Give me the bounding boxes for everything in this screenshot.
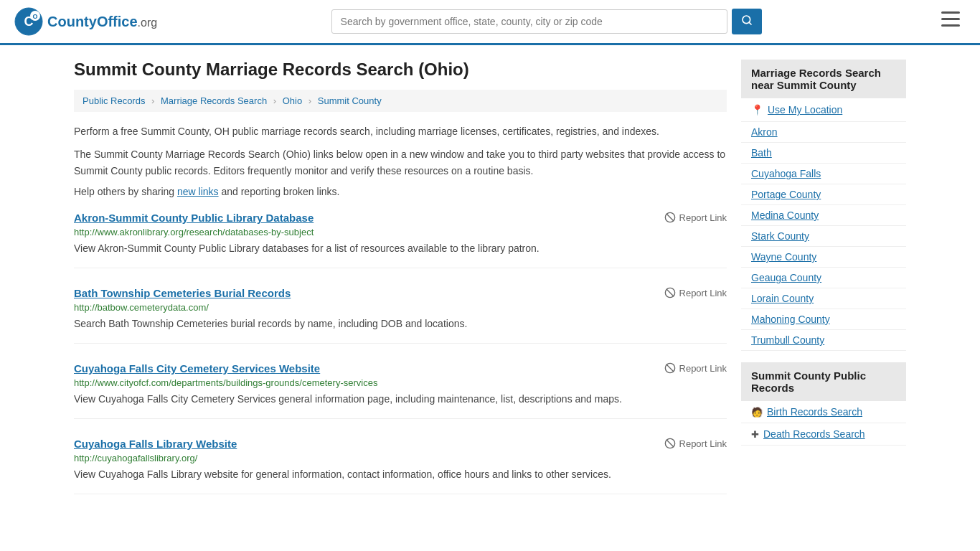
sidebar-nearby-links: Akron Bath Cuyahoga Falls Portage County… [741,122,906,351]
svg-line-14 [666,364,673,371]
sidebar-nearby-bath[interactable]: Bath [741,143,906,164]
result-desc-3: View Cuyahoga Falls City Cemetery Servic… [74,392,727,407]
hamburger-icon [941,11,960,27]
result-title-2[interactable]: Bath Township Cemeteries Burial Records [74,287,291,299]
main-container: Summit County Marriage Records Search (O… [60,45,920,513]
sidebar-nearby-trumbull-county[interactable]: Trumbull County [741,330,906,351]
result-desc-1: View Akron-Summit County Public Library … [74,241,727,256]
description1: Perform a free Summit County, OH public … [74,123,727,139]
svg-line-12 [666,289,673,296]
svg-rect-7 [941,18,960,20]
header: C O CountyOffice.org [0,0,980,45]
search-input[interactable] [331,9,727,34]
new-links-link[interactable]: new links [177,186,219,197]
result-item-1: Akron-Summit County Public Library Datab… [74,212,727,268]
svg-rect-8 [941,24,960,27]
svg-line-16 [666,440,673,446]
sidebar-records-links: 🧑 Birth Records Search ✚ Death Records S… [741,401,906,446]
sidebar-nearby-cuyahoga-falls[interactable]: Cuyahoga Falls [741,164,906,184]
sidebar-nearby-lorain-county[interactable]: Lorain County [741,288,906,309]
report-icon-1 [664,212,676,223]
report-link-1[interactable]: Report Link [664,212,727,223]
sidebar-nearby-portage-county[interactable]: Portage County [741,184,906,205]
svg-line-5 [749,22,751,24]
person-icon: 🧑 [751,407,763,418]
sidebar: Marriage Records Search near Summit Coun… [741,60,906,513]
results-list: Akron-Summit County Public Library Datab… [74,212,727,494]
report-icon-2 [664,287,676,298]
report-link-4[interactable]: Report Link [664,438,727,449]
result-url-3: http://www.cityofcf.com/departments/buil… [74,377,727,388]
sidebar-use-my-location[interactable]: 📍 Use My Location [741,98,906,122]
result-title-3[interactable]: Cuyahoga Falls City Cemetery Services We… [74,362,320,375]
svg-line-10 [666,214,673,220]
breadcrumb-public-records[interactable]: Public Records [83,95,145,106]
description2: The Summit County Marriage Records Searc… [74,146,727,179]
result-title-4[interactable]: Cuyahoga Falls Library Website [74,438,237,450]
report-link-2[interactable]: Report Link [664,287,727,298]
result-title-1[interactable]: Akron-Summit County Public Library Datab… [74,212,314,224]
logo-text: CountyOffice.org [47,14,157,30]
location-pin-icon: 📍 [751,104,763,116]
breadcrumb: Public Records › Marriage Records Search… [74,90,727,112]
sidebar-records-header: Summit County Public Records [741,362,906,401]
sidebar-nearby-section: Marriage Records Search near Summit Coun… [741,60,906,351]
svg-rect-6 [941,11,960,14]
result-item-3: Cuyahoga Falls City Cemetery Services We… [74,362,727,419]
result-desc-4: View Cuyahoga Falls Library website for … [74,467,727,482]
sidebar-nearby-medina-county[interactable]: Medina County [741,205,906,226]
use-my-location-link[interactable]: Use My Location [768,104,842,116]
svg-text:O: O [32,13,37,20]
result-url-1: http://www.akronlibrary.org/research/dat… [74,227,727,237]
sidebar-nearby-wayne-county[interactable]: Wayne County [741,247,906,268]
cross-icon: ✚ [751,429,759,440]
result-desc-2: Search Bath Township Cemeteries burial r… [74,316,727,331]
breadcrumb-marriage-records-search[interactable]: Marriage Records Search [161,95,267,106]
search-button[interactable] [732,9,762,34]
result-url-4: http://cuyahogafallslibrary.org/ [74,453,727,463]
page-title: Summit County Marriage Records Search (O… [74,60,727,80]
logo-area[interactable]: C O CountyOffice.org [14,7,157,36]
report-icon-3 [664,362,676,374]
result-url-2: http://batbow.cemeterydata.com/ [74,302,727,313]
result-item-2: Bath Township Cemeteries Burial Records … [74,287,727,344]
result-item-4: Cuyahoga Falls Library Website Report Li… [74,438,727,494]
content: Summit County Marriage Records Search (O… [74,60,727,513]
sidebar-nearby-mahoning-county[interactable]: Mahoning County [741,309,906,330]
report-icon-4 [664,438,676,449]
sidebar-nearby-header: Marriage Records Search near Summit Coun… [741,60,906,98]
sidebar-nearby-stark-county[interactable]: Stark County [741,226,906,247]
report-link-3[interactable]: Report Link [664,362,727,374]
breadcrumb-summit-county[interactable]: Summit County [318,95,382,106]
sidebar-records-section: Summit County Public Records 🧑 Birth Rec… [741,362,906,446]
sidebar-nearby-geauga-county[interactable]: Geauga County [741,268,906,288]
breadcrumb-ohio[interactable]: Ohio [283,95,302,106]
logo-icon: C O [14,7,43,36]
sidebar-death-records[interactable]: ✚ Death Records Search [741,423,906,446]
search-icon [741,14,753,26]
sidebar-birth-records[interactable]: 🧑 Birth Records Search [741,401,906,423]
search-area [331,9,762,34]
menu-button[interactable] [936,9,966,34]
sidebar-nearby-akron[interactable]: Akron [741,122,906,143]
help-text: Help others by sharing new links and rep… [74,186,727,197]
